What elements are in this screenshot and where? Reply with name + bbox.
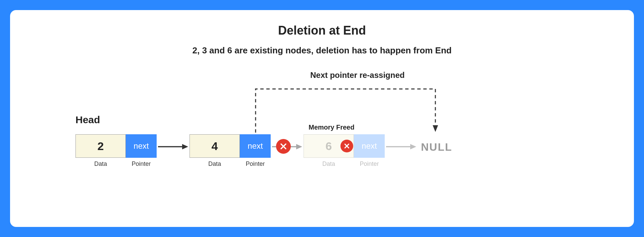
- node-pointer-caption: Pointer: [240, 160, 271, 168]
- diagram-title: Deletion at End: [10, 23, 634, 38]
- node-caption: Data Pointer: [304, 160, 385, 168]
- node-data-caption: Data: [304, 160, 354, 168]
- svg-marker-10: [433, 125, 438, 132]
- reassigned-label: Next pointer re-assigned: [310, 70, 405, 80]
- arrow-icon: [385, 143, 416, 151]
- node-pointer-box: next: [126, 134, 157, 158]
- node-pointer-caption: Pointer: [126, 160, 157, 168]
- null-label: NULL: [421, 141, 452, 153]
- node-caption: Data Pointer: [190, 160, 271, 168]
- node-pointer-box: next: [240, 134, 271, 158]
- diagram-subtitle: 2, 3 and 6 are existing nodes, deletion …: [10, 45, 634, 56]
- node-caption: Data Pointer: [75, 160, 157, 168]
- reassigned-pointer-arrow: [252, 82, 439, 134]
- linked-list-node: 2 next Data Pointer: [75, 134, 157, 158]
- node-data-box: 2: [75, 134, 126, 158]
- svg-marker-3: [296, 144, 302, 149]
- node-pointer-box: next: [354, 134, 385, 158]
- linked-list-node: 4 next Data Pointer: [190, 134, 271, 158]
- arrow-icon: [157, 143, 188, 151]
- diagram-card: Deletion at End 2, 3 and 6 are existing …: [10, 10, 634, 227]
- svg-marker-1: [182, 144, 188, 149]
- node-data-caption: Data: [190, 160, 240, 168]
- head-label: Head: [75, 114, 100, 126]
- svg-marker-9: [410, 144, 416, 149]
- delete-link-icon: [276, 139, 291, 154]
- node-pointer-caption: Pointer: [354, 160, 385, 168]
- node-data-box: 4: [190, 134, 240, 158]
- delete-node-icon: [340, 140, 353, 152]
- node-data-caption: Data: [75, 160, 126, 168]
